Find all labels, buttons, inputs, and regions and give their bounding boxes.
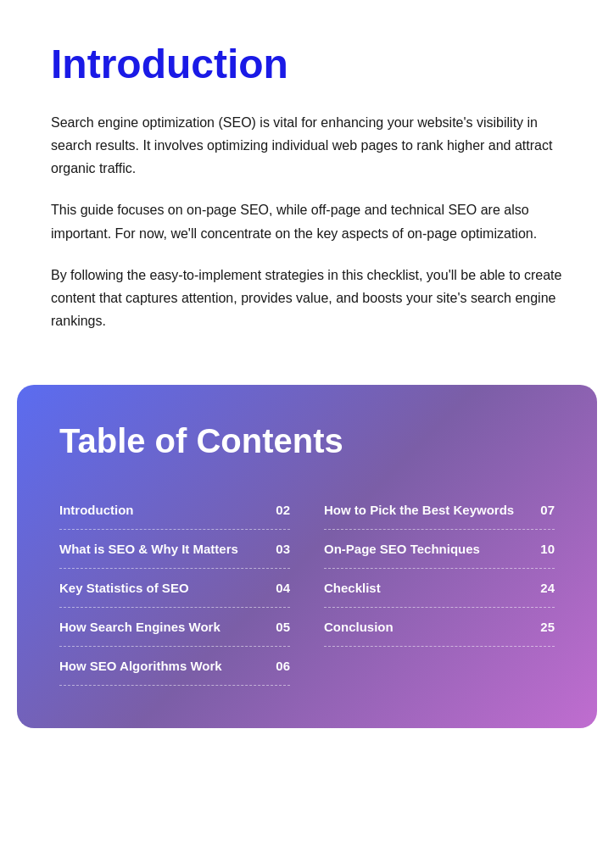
toc-title: Table of Contents	[59, 422, 555, 460]
page: Introduction Search engine optimization …	[0, 0, 614, 868]
intro-paragraph-2: This guide focuses on on-page SEO, while…	[51, 198, 563, 244]
toc-grid: Introduction 02 What is SEO & Why It Mat…	[59, 491, 555, 686]
toc-item-on-page-seo: On-Page SEO Techniques 10	[324, 530, 555, 569]
toc-item-how-search-engines: How Search Engines Work 05	[59, 608, 290, 647]
intro-title: Introduction	[51, 42, 563, 87]
toc-item-key-statistics: Key Statistics of SEO 04	[59, 569, 290, 608]
toc-item-how-to-pick-keywords: How to Pick the Best Keywords 07	[324, 491, 555, 530]
intro-paragraph-3: By following the easy-to-implement strat…	[51, 264, 563, 333]
toc-item-checklist: Checklist 24	[324, 569, 555, 608]
toc-item-conclusion: Conclusion 25	[324, 608, 555, 647]
toc-section: Table of Contents Introduction 02 What i…	[17, 385, 597, 728]
intro-section: Introduction Search engine optimization …	[0, 0, 614, 385]
toc-left-column: Introduction 02 What is SEO & Why It Mat…	[59, 491, 290, 686]
toc-item-what-is-seo: What is SEO & Why It Matters 03	[59, 530, 290, 569]
toc-right-column: How to Pick the Best Keywords 07 On-Page…	[324, 491, 555, 686]
intro-paragraph-1: Search engine optimization (SEO) is vita…	[51, 111, 563, 181]
toc-item-introduction: Introduction 02	[59, 491, 290, 530]
toc-item-how-seo-algorithms: How SEO Algorithms Work 06	[59, 647, 290, 686]
